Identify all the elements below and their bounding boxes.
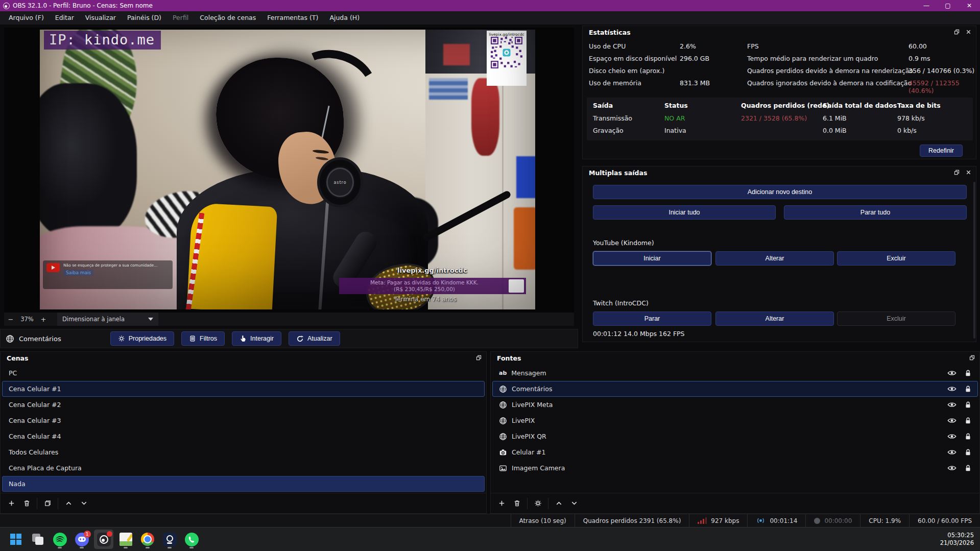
- fit-to-window-dropdown[interactable]: Dimensionar à janela: [57, 313, 158, 326]
- scene-item-cena-celular-4[interactable]: Cena Celular #4: [2, 428, 485, 444]
- youtube-start-button[interactable]: Iniciar: [593, 251, 711, 266]
- taskbar-obs-active[interactable]: [94, 530, 113, 549]
- shelf-item-red: [443, 44, 470, 65]
- stat-value: 356 / 140766 (0.3%): [909, 67, 974, 75]
- taskbar-chrome[interactable]: [138, 530, 157, 549]
- eye-icon[interactable]: [947, 401, 957, 408]
- remove-scene-button[interactable]: [19, 497, 34, 510]
- filters-button[interactable]: Filtros: [181, 331, 225, 346]
- source-item-livepix-qr[interactable]: LivePIX QR: [492, 428, 978, 444]
- zoom-out-button[interactable]: −: [4, 316, 17, 323]
- lock-icon[interactable]: [965, 433, 971, 440]
- hanging-jacket: [40, 83, 137, 239]
- source-item-livepix[interactable]: LivePIX: [492, 413, 978, 428]
- youtube-delete-button[interactable]: Excluir: [837, 251, 955, 266]
- scene-item-cena-celular-1[interactable]: Cena Celular #1: [2, 381, 485, 397]
- eye-icon[interactable]: [947, 465, 957, 471]
- lock-icon[interactable]: [965, 464, 971, 472]
- scene-item-pc[interactable]: PC: [2, 365, 485, 381]
- scene-item-todos-celulares[interactable]: Todos Celulares: [2, 444, 485, 460]
- panel-scrollbar[interactable]: [973, 182, 975, 339]
- eye-icon[interactable]: [947, 433, 957, 440]
- qr-label: livepix.gg/introcdc: [489, 32, 524, 37]
- twitch-edit-button[interactable]: Alterar: [715, 312, 834, 326]
- popout-icon[interactable]: [969, 354, 975, 361]
- refresh-button[interactable]: Atualizar: [289, 331, 340, 346]
- menu-paineis[interactable]: Painéis (D): [122, 11, 167, 25]
- bitrate-value: 978 kb/s: [897, 114, 925, 122]
- popout-icon[interactable]: [953, 169, 960, 176]
- goal-line1: Meta: Pagar as dívidas do Kindome KKK.: [343, 279, 506, 286]
- move-scene-down-button[interactable]: [76, 497, 91, 510]
- scene-item-nada[interactable]: Nada: [2, 476, 485, 492]
- youtube-edit-button[interactable]: Alterar: [715, 251, 834, 266]
- popout-icon[interactable]: [953, 29, 960, 35]
- twitch-stream-stats: 00:01:12 14.0 Mbps 162 FPS: [593, 330, 685, 338]
- record-timer: 00:00:00: [805, 514, 860, 527]
- lock-icon[interactable]: [965, 401, 971, 409]
- move-source-down-button[interactable]: [566, 497, 582, 510]
- start-all-button[interactable]: Iniciar tudo: [593, 205, 776, 220]
- menu-editar[interactable]: Editar: [50, 11, 80, 25]
- scene-item-cena-placa-de-captura[interactable]: Cena Placa de Captura: [2, 460, 485, 476]
- goal-line2: (R$ 230,45/R$ 250,00): [343, 286, 506, 293]
- lock-icon[interactable]: [965, 417, 971, 424]
- remove-source-button[interactable]: [509, 497, 524, 510]
- source-item-celular-1[interactable]: Celular #1: [492, 444, 978, 460]
- add-scene-button[interactable]: [4, 497, 19, 510]
- close-panel-icon[interactable]: [965, 29, 972, 35]
- task-view-button[interactable]: [28, 530, 47, 549]
- taskbar-spotify[interactable]: [50, 530, 69, 549]
- source-item-comentarios[interactable]: Comentários: [492, 381, 978, 397]
- scene-item-cena-celular-2[interactable]: Cena Celular #2: [2, 397, 485, 413]
- lock-icon[interactable]: [965, 385, 971, 393]
- taskbar-clock[interactable]: 05:30:25 21/03/2026: [940, 532, 974, 547]
- minimize-button[interactable]: —: [916, 0, 937, 11]
- menu-arquivo[interactable]: Arquivo (F): [3, 11, 50, 25]
- move-source-up-button[interactable]: [551, 497, 566, 510]
- reset-stats-button[interactable]: Redefinir: [920, 145, 963, 157]
- interact-button[interactable]: Interagir: [232, 331, 281, 346]
- notification-badge: 1: [84, 531, 91, 538]
- twitch-stop-button[interactable]: Parar: [593, 312, 711, 326]
- sources-panel: Fontes ab Mensagem Comentários: [490, 351, 980, 514]
- taskbar-notepad[interactable]: [116, 530, 135, 549]
- source-properties-button[interactable]: [530, 497, 545, 510]
- taskbar-discord[interactable]: 1: [72, 530, 91, 549]
- twitch-delete-button[interactable]: Excluir: [837, 312, 955, 326]
- duplicate-scene-button[interactable]: [40, 497, 55, 510]
- eye-icon[interactable]: [947, 386, 957, 392]
- add-source-button[interactable]: [494, 497, 509, 510]
- close-button[interactable]: ✕: [959, 0, 980, 11]
- taskbar-whatsapp[interactable]: [182, 530, 201, 549]
- maximize-button[interactable]: ▢: [937, 0, 959, 11]
- lock-icon[interactable]: [965, 369, 971, 377]
- stop-all-button[interactable]: Parar tudo: [784, 205, 967, 220]
- popout-icon[interactable]: [475, 354, 482, 361]
- menu-ajuda[interactable]: Ajuda (H): [324, 11, 365, 25]
- start-button[interactable]: [6, 530, 26, 549]
- obs-logo-icon: [3, 3, 10, 9]
- eye-icon[interactable]: [947, 417, 957, 424]
- close-panel-icon[interactable]: [965, 169, 972, 176]
- add-destination-button[interactable]: Adicionar novo destino: [593, 185, 967, 199]
- move-scene-up-button[interactable]: [61, 497, 76, 510]
- source-item-imagem-camera[interactable]: Imagem Camera: [492, 460, 978, 476]
- menu-perfil[interactable]: Perfil: [167, 11, 194, 25]
- video-preview[interactable]: astro IP: kindo.me livepix.gg/introcdc: [40, 30, 535, 309]
- menu-visualizar[interactable]: Visualizar: [80, 11, 122, 25]
- eye-icon[interactable]: [947, 449, 957, 456]
- source-item-mensagem[interactable]: ab Mensagem: [492, 365, 978, 381]
- gear-icon: [534, 499, 542, 507]
- taskbar-camera-app[interactable]: [160, 530, 179, 549]
- lock-icon[interactable]: [965, 448, 971, 456]
- properties-button[interactable]: Propriedades: [110, 331, 174, 346]
- menu-colecao-de-cenas[interactable]: Coleção de cenas: [194, 11, 261, 25]
- scene-item-cena-celular-3[interactable]: Cena Celular #3: [2, 413, 485, 428]
- zoom-in-button[interactable]: +: [37, 316, 50, 323]
- source-item-livepix-meta[interactable]: LivePIX Meta: [492, 397, 978, 413]
- eye-icon[interactable]: [947, 370, 957, 376]
- menu-ferramentas[interactable]: Ferramentas (T): [261, 11, 324, 25]
- stat-value: 831.3 MB: [680, 79, 710, 87]
- bitrate-status: 927 kbps: [689, 514, 747, 527]
